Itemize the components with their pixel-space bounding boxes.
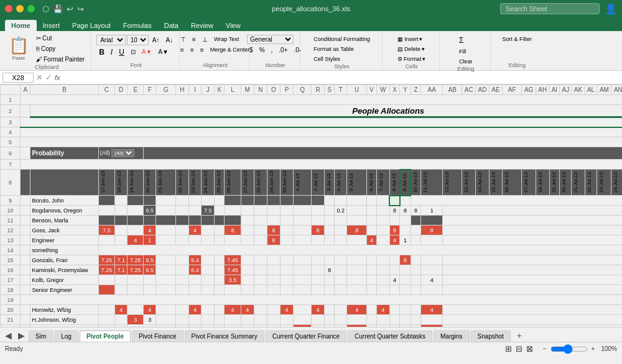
ss-cell[interactable] xyxy=(21,225,30,235)
alloc-cell[interactable] xyxy=(115,285,128,295)
alloc-cell[interactable] xyxy=(294,225,312,235)
alloc-cell[interactable] xyxy=(202,255,215,265)
person-name[interactable]: Engineer xyxy=(30,235,98,245)
alloc-cell[interactable] xyxy=(294,216,312,225)
alloc-cells-rest[interactable] xyxy=(442,235,622,245)
alloc-cell[interactable] xyxy=(188,216,201,225)
person-name[interactable]: Kaminski, Przemyslaw xyxy=(30,265,98,275)
alloc-cell[interactable] xyxy=(156,196,175,206)
alloc-cell[interactable] xyxy=(376,315,389,325)
sort-filter-button[interactable]: Sort & Filter xyxy=(499,35,534,43)
alloc-cell[interactable] xyxy=(389,325,400,327)
alloc-cell[interactable] xyxy=(366,206,376,216)
alloc-cell[interactable] xyxy=(411,325,421,327)
undo-icon[interactable]: ↩ xyxy=(67,4,73,14)
col-header-n[interactable]: N xyxy=(254,85,267,95)
alloc-cells-rest[interactable] xyxy=(442,265,622,275)
alloc-cell[interactable] xyxy=(115,216,128,225)
tab-nav-right[interactable]: ▶ xyxy=(16,329,27,342)
alloc-cell[interactable] xyxy=(202,305,215,315)
increase-font-button[interactable]: A↑ xyxy=(150,35,162,45)
alloc-cell[interactable] xyxy=(312,235,325,245)
alloc-cell[interactable] xyxy=(144,285,156,295)
alloc-cells-rest[interactable] xyxy=(442,206,622,216)
alloc-cell[interactable] xyxy=(128,196,144,206)
col-header-ak[interactable]: AK xyxy=(572,85,585,95)
alloc-cell[interactable] xyxy=(281,225,294,235)
alloc-cell[interactable]: 0.2 xyxy=(335,206,347,216)
alloc-cells-rest[interactable] xyxy=(442,275,622,285)
sheet-tab-snapshot[interactable]: Snapshot xyxy=(471,330,511,342)
alloc-cell[interactable] xyxy=(347,206,366,216)
alloc-cell[interactable]: 3 xyxy=(128,315,144,325)
alloc-cell[interactable] xyxy=(366,216,376,225)
format-painter-button[interactable]: 🖌 Format Painter xyxy=(34,55,87,64)
person-name[interactable]: Kolb, Gregor xyxy=(30,275,98,285)
alloc-cell[interactable]: 6.4 xyxy=(188,255,201,265)
alloc-cell[interactable] xyxy=(421,235,443,245)
alloc-cell[interactable] xyxy=(325,275,335,285)
alloc-cell[interactable] xyxy=(144,275,156,285)
alloc-cell[interactable] xyxy=(115,315,128,325)
format-as-table-button[interactable]: Format as Table xyxy=(311,45,373,53)
col-header-ac[interactable]: AC xyxy=(462,85,476,95)
alloc-cell[interactable]: 1 xyxy=(421,206,443,216)
col-header-m[interactable]: M xyxy=(241,85,254,95)
alloc-cell[interactable] xyxy=(254,275,267,285)
alloc-cell[interactable] xyxy=(241,255,254,265)
alloc-cell[interactable] xyxy=(188,315,201,325)
merge-center-button[interactable]: Merge & Center xyxy=(208,45,253,54)
probability-filter-select[interactable]: (All) xyxy=(111,149,134,157)
alloc-cell[interactable] xyxy=(188,206,201,216)
alloc-cell[interactable] xyxy=(254,235,267,245)
alloc-cell[interactable] xyxy=(400,305,411,315)
alloc-cell[interactable] xyxy=(335,216,347,225)
alloc-cell[interactable] xyxy=(325,235,335,245)
alloc-cell[interactable] xyxy=(254,285,267,295)
alloc-cell[interactable]: 8 xyxy=(389,206,400,216)
col-header-w[interactable]: W xyxy=(376,85,389,95)
alloc-cell[interactable] xyxy=(225,315,241,325)
alloc-cell[interactable] xyxy=(128,275,144,285)
alloc-cell[interactable] xyxy=(400,275,411,285)
ss-cell[interactable] xyxy=(21,305,30,315)
alloc-cells-rest[interactable] xyxy=(442,315,622,325)
insert-button[interactable]: ▦ Insert ▾ xyxy=(395,35,429,43)
fill-color-button[interactable]: A▼ xyxy=(139,47,155,57)
alloc-cell[interactable] xyxy=(421,315,443,325)
alloc-cell[interactable] xyxy=(411,255,421,265)
currency-button[interactable]: $ xyxy=(247,45,256,55)
alloc-cell[interactable] xyxy=(294,196,312,206)
zoom-out-icon[interactable]: − xyxy=(543,345,547,352)
ss-cell[interactable] xyxy=(21,95,622,105)
minimize-button[interactable] xyxy=(16,5,24,12)
person-name[interactable]: Benson, Marla xyxy=(30,216,98,225)
person-name[interactable]: Boruto, John xyxy=(30,196,98,206)
alloc-cell[interactable]: 4800 xyxy=(347,325,366,327)
alloc-cell[interactable] xyxy=(335,196,347,206)
align-top-button[interactable]: ⊤ xyxy=(178,35,188,44)
col-header-u[interactable]: U xyxy=(347,85,366,95)
alloc-cell[interactable] xyxy=(98,315,114,325)
alloc-cell[interactable] xyxy=(267,285,280,295)
font-family-select[interactable]: Arial xyxy=(96,35,126,45)
alloc-cell[interactable] xyxy=(267,255,280,265)
alloc-cell[interactable] xyxy=(254,255,267,265)
alloc-cell[interactable] xyxy=(188,196,201,206)
ss-cell[interactable] xyxy=(21,265,30,275)
ss-cell[interactable] xyxy=(21,325,30,327)
col-header-q[interactable]: Q xyxy=(294,85,312,95)
font-color-button[interactable]: A▼ xyxy=(156,47,171,57)
alloc-cell[interactable] xyxy=(115,235,128,245)
alloc-cell[interactable] xyxy=(325,206,335,216)
alloc-cell[interactable] xyxy=(281,216,294,225)
alloc-cell[interactable] xyxy=(389,265,400,275)
alloc-cell[interactable] xyxy=(215,285,225,295)
alloc-cell[interactable] xyxy=(421,265,443,275)
alloc-cell[interactable] xyxy=(335,305,347,315)
alloc-cell[interactable] xyxy=(144,325,156,327)
alloc-cell[interactable] xyxy=(376,265,389,275)
alloc-cell[interactable] xyxy=(400,225,411,235)
alloc-cell[interactable] xyxy=(281,325,294,327)
person-name[interactable]: Bogdanova, Oregon xyxy=(30,206,98,216)
